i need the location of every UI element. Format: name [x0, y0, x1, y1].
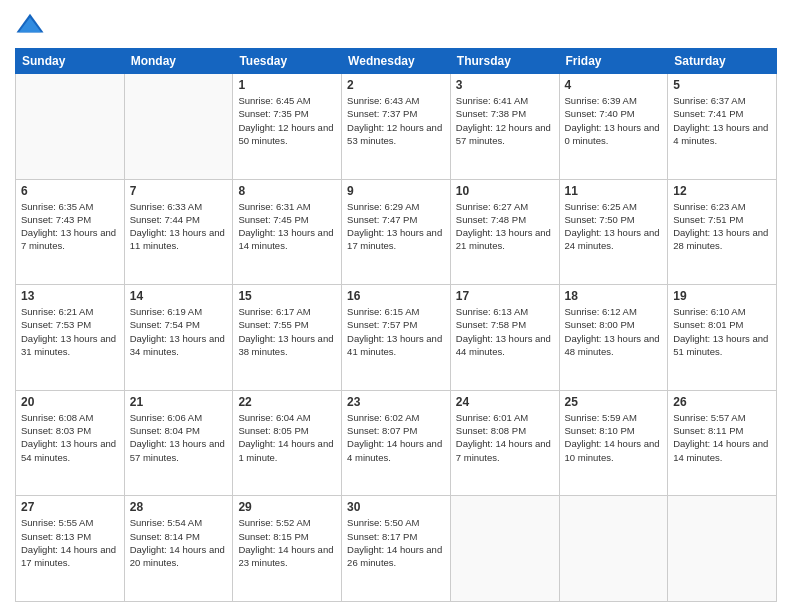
day-number: 9 [347, 184, 445, 198]
day-number: 18 [565, 289, 663, 303]
day-number: 17 [456, 289, 554, 303]
calendar-cell: 3Sunrise: 6:41 AMSunset: 7:38 PMDaylight… [450, 74, 559, 180]
calendar-cell: 12Sunrise: 6:23 AMSunset: 7:51 PMDayligh… [668, 179, 777, 285]
calendar-cell: 29Sunrise: 5:52 AMSunset: 8:15 PMDayligh… [233, 496, 342, 602]
calendar-header-sunday: Sunday [16, 49, 125, 74]
calendar-cell: 9Sunrise: 6:29 AMSunset: 7:47 PMDaylight… [342, 179, 451, 285]
day-number: 29 [238, 500, 336, 514]
day-info: Sunrise: 6:31 AMSunset: 7:45 PMDaylight:… [238, 200, 336, 253]
day-info: Sunrise: 6:43 AMSunset: 7:37 PMDaylight:… [347, 94, 445, 147]
day-info: Sunrise: 5:50 AMSunset: 8:17 PMDaylight:… [347, 516, 445, 569]
calendar-cell: 13Sunrise: 6:21 AMSunset: 7:53 PMDayligh… [16, 285, 125, 391]
calendar-cell: 8Sunrise: 6:31 AMSunset: 7:45 PMDaylight… [233, 179, 342, 285]
calendar-cell: 1Sunrise: 6:45 AMSunset: 7:35 PMDaylight… [233, 74, 342, 180]
day-number: 7 [130, 184, 228, 198]
day-number: 16 [347, 289, 445, 303]
calendar-cell: 25Sunrise: 5:59 AMSunset: 8:10 PMDayligh… [559, 390, 668, 496]
day-number: 11 [565, 184, 663, 198]
day-info: Sunrise: 6:21 AMSunset: 7:53 PMDaylight:… [21, 305, 119, 358]
day-number: 1 [238, 78, 336, 92]
day-info: Sunrise: 6:01 AMSunset: 8:08 PMDaylight:… [456, 411, 554, 464]
calendar-cell: 18Sunrise: 6:12 AMSunset: 8:00 PMDayligh… [559, 285, 668, 391]
day-info: Sunrise: 6:17 AMSunset: 7:55 PMDaylight:… [238, 305, 336, 358]
calendar-cell: 16Sunrise: 6:15 AMSunset: 7:57 PMDayligh… [342, 285, 451, 391]
calendar-cell: 27Sunrise: 5:55 AMSunset: 8:13 PMDayligh… [16, 496, 125, 602]
calendar-cell: 21Sunrise: 6:06 AMSunset: 8:04 PMDayligh… [124, 390, 233, 496]
header [15, 10, 777, 40]
day-info: Sunrise: 6:35 AMSunset: 7:43 PMDaylight:… [21, 200, 119, 253]
day-number: 10 [456, 184, 554, 198]
calendar-header-saturday: Saturday [668, 49, 777, 74]
calendar-week-1: 6Sunrise: 6:35 AMSunset: 7:43 PMDaylight… [16, 179, 777, 285]
day-number: 5 [673, 78, 771, 92]
day-info: Sunrise: 6:45 AMSunset: 7:35 PMDaylight:… [238, 94, 336, 147]
calendar-cell: 28Sunrise: 5:54 AMSunset: 8:14 PMDayligh… [124, 496, 233, 602]
day-info: Sunrise: 6:15 AMSunset: 7:57 PMDaylight:… [347, 305, 445, 358]
calendar-cell: 11Sunrise: 6:25 AMSunset: 7:50 PMDayligh… [559, 179, 668, 285]
logo-icon [15, 10, 45, 40]
day-number: 13 [21, 289, 119, 303]
day-number: 8 [238, 184, 336, 198]
calendar-table: SundayMondayTuesdayWednesdayThursdayFrid… [15, 48, 777, 602]
calendar-header-thursday: Thursday [450, 49, 559, 74]
day-number: 26 [673, 395, 771, 409]
day-info: Sunrise: 6:13 AMSunset: 7:58 PMDaylight:… [456, 305, 554, 358]
day-number: 12 [673, 184, 771, 198]
day-number: 23 [347, 395, 445, 409]
calendar-cell [559, 496, 668, 602]
calendar-header-wednesday: Wednesday [342, 49, 451, 74]
page: SundayMondayTuesdayWednesdayThursdayFrid… [0, 0, 792, 612]
day-number: 28 [130, 500, 228, 514]
day-info: Sunrise: 6:10 AMSunset: 8:01 PMDaylight:… [673, 305, 771, 358]
calendar-cell [124, 74, 233, 180]
day-info: Sunrise: 6:41 AMSunset: 7:38 PMDaylight:… [456, 94, 554, 147]
day-number: 24 [456, 395, 554, 409]
day-number: 30 [347, 500, 445, 514]
calendar-cell: 23Sunrise: 6:02 AMSunset: 8:07 PMDayligh… [342, 390, 451, 496]
day-info: Sunrise: 6:23 AMSunset: 7:51 PMDaylight:… [673, 200, 771, 253]
calendar-header-tuesday: Tuesday [233, 49, 342, 74]
day-info: Sunrise: 6:02 AMSunset: 8:07 PMDaylight:… [347, 411, 445, 464]
day-info: Sunrise: 6:33 AMSunset: 7:44 PMDaylight:… [130, 200, 228, 253]
day-info: Sunrise: 6:04 AMSunset: 8:05 PMDaylight:… [238, 411, 336, 464]
calendar-cell [668, 496, 777, 602]
calendar-cell: 20Sunrise: 6:08 AMSunset: 8:03 PMDayligh… [16, 390, 125, 496]
day-info: Sunrise: 6:27 AMSunset: 7:48 PMDaylight:… [456, 200, 554, 253]
calendar-cell: 24Sunrise: 6:01 AMSunset: 8:08 PMDayligh… [450, 390, 559, 496]
day-info: Sunrise: 6:12 AMSunset: 8:00 PMDaylight:… [565, 305, 663, 358]
calendar-week-0: 1Sunrise: 6:45 AMSunset: 7:35 PMDaylight… [16, 74, 777, 180]
day-info: Sunrise: 5:59 AMSunset: 8:10 PMDaylight:… [565, 411, 663, 464]
day-number: 4 [565, 78, 663, 92]
calendar-header-monday: Monday [124, 49, 233, 74]
calendar-cell: 7Sunrise: 6:33 AMSunset: 7:44 PMDaylight… [124, 179, 233, 285]
calendar-cell: 5Sunrise: 6:37 AMSunset: 7:41 PMDaylight… [668, 74, 777, 180]
day-number: 2 [347, 78, 445, 92]
calendar-week-2: 13Sunrise: 6:21 AMSunset: 7:53 PMDayligh… [16, 285, 777, 391]
day-info: Sunrise: 6:25 AMSunset: 7:50 PMDaylight:… [565, 200, 663, 253]
calendar-header-row: SundayMondayTuesdayWednesdayThursdayFrid… [16, 49, 777, 74]
calendar-cell: 17Sunrise: 6:13 AMSunset: 7:58 PMDayligh… [450, 285, 559, 391]
day-number: 21 [130, 395, 228, 409]
day-number: 20 [21, 395, 119, 409]
calendar-week-4: 27Sunrise: 5:55 AMSunset: 8:13 PMDayligh… [16, 496, 777, 602]
day-number: 22 [238, 395, 336, 409]
calendar-cell: 30Sunrise: 5:50 AMSunset: 8:17 PMDayligh… [342, 496, 451, 602]
calendar-cell: 26Sunrise: 5:57 AMSunset: 8:11 PMDayligh… [668, 390, 777, 496]
day-number: 19 [673, 289, 771, 303]
calendar-header-friday: Friday [559, 49, 668, 74]
day-info: Sunrise: 6:37 AMSunset: 7:41 PMDaylight:… [673, 94, 771, 147]
day-info: Sunrise: 6:06 AMSunset: 8:04 PMDaylight:… [130, 411, 228, 464]
calendar-cell [450, 496, 559, 602]
calendar-week-3: 20Sunrise: 6:08 AMSunset: 8:03 PMDayligh… [16, 390, 777, 496]
day-number: 14 [130, 289, 228, 303]
day-info: Sunrise: 5:57 AMSunset: 8:11 PMDaylight:… [673, 411, 771, 464]
calendar-cell: 2Sunrise: 6:43 AMSunset: 7:37 PMDaylight… [342, 74, 451, 180]
day-info: Sunrise: 5:52 AMSunset: 8:15 PMDaylight:… [238, 516, 336, 569]
day-info: Sunrise: 5:55 AMSunset: 8:13 PMDaylight:… [21, 516, 119, 569]
day-info: Sunrise: 6:19 AMSunset: 7:54 PMDaylight:… [130, 305, 228, 358]
calendar-cell: 22Sunrise: 6:04 AMSunset: 8:05 PMDayligh… [233, 390, 342, 496]
calendar-cell: 14Sunrise: 6:19 AMSunset: 7:54 PMDayligh… [124, 285, 233, 391]
calendar-cell: 19Sunrise: 6:10 AMSunset: 8:01 PMDayligh… [668, 285, 777, 391]
calendar-cell: 4Sunrise: 6:39 AMSunset: 7:40 PMDaylight… [559, 74, 668, 180]
day-number: 25 [565, 395, 663, 409]
